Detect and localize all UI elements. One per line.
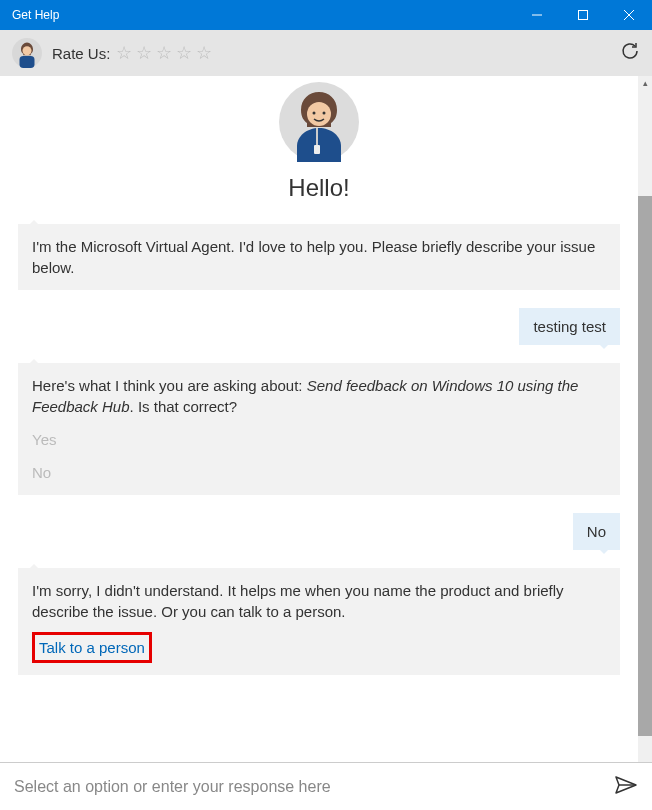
scroll-up-icon[interactable]: ▴: [638, 76, 652, 90]
greeting-text: Hello!: [18, 174, 620, 202]
chat-area: Hello! I'm the Microsoft Virtual Agent. …: [0, 76, 652, 762]
agent-message: I'm sorry, I didn't understand. It helps…: [18, 568, 620, 675]
star-icon[interactable]: ☆: [196, 42, 212, 64]
rate-label: Rate Us:: [52, 45, 110, 62]
minimize-button[interactable]: [514, 0, 560, 30]
message-text: testing test: [533, 318, 606, 335]
scrollbar-thumb[interactable]: [638, 196, 652, 736]
refresh-icon[interactable]: [620, 41, 640, 65]
message-text: No: [587, 523, 606, 540]
star-icon[interactable]: ☆: [156, 42, 172, 64]
option-no: No: [32, 462, 606, 483]
agent-avatar-small-icon: [12, 38, 42, 68]
user-message: No: [573, 513, 620, 550]
window-titlebar: Get Help: [0, 0, 652, 30]
svg-point-10: [323, 112, 326, 115]
agent-avatar-large-icon: [279, 82, 359, 162]
agent-message: I'm the Microsoft Virtual Agent. I'd lov…: [18, 224, 620, 290]
svg-rect-11: [314, 145, 320, 154]
chat-scroll[interactable]: Hello! I'm the Microsoft Virtual Agent. …: [0, 76, 638, 762]
star-icon[interactable]: ☆: [116, 42, 132, 64]
user-message: testing test: [519, 308, 620, 345]
agent-hero: Hello!: [18, 82, 620, 202]
agent-message: Here's what I think you are asking about…: [18, 363, 620, 495]
svg-point-8: [307, 102, 331, 126]
svg-point-5: [23, 46, 32, 55]
message-text: I'm sorry, I didn't understand. It helps…: [32, 582, 564, 620]
talk-to-person-link[interactable]: Talk to a person: [32, 632, 152, 663]
input-row: [0, 762, 652, 810]
maximize-button[interactable]: [560, 0, 606, 30]
rate-bar: Rate Us: ☆ ☆ ☆ ☆ ☆: [0, 30, 652, 76]
svg-rect-6: [20, 56, 35, 68]
message-text: I'm the Microsoft Virtual Agent. I'd lov…: [32, 238, 595, 276]
star-icon[interactable]: ☆: [136, 42, 152, 64]
star-icon[interactable]: ☆: [176, 42, 192, 64]
svg-rect-1: [579, 11, 588, 20]
scrollbar[interactable]: ▴: [638, 76, 652, 762]
response-input[interactable]: [14, 778, 614, 796]
svg-point-9: [313, 112, 316, 115]
window-title: Get Help: [12, 8, 59, 22]
close-button[interactable]: [606, 0, 652, 30]
message-text: . Is that correct?: [130, 398, 238, 415]
option-yes: Yes: [32, 429, 606, 450]
send-icon[interactable]: [614, 775, 638, 799]
message-text: Here's what I think you are asking about…: [32, 377, 307, 394]
